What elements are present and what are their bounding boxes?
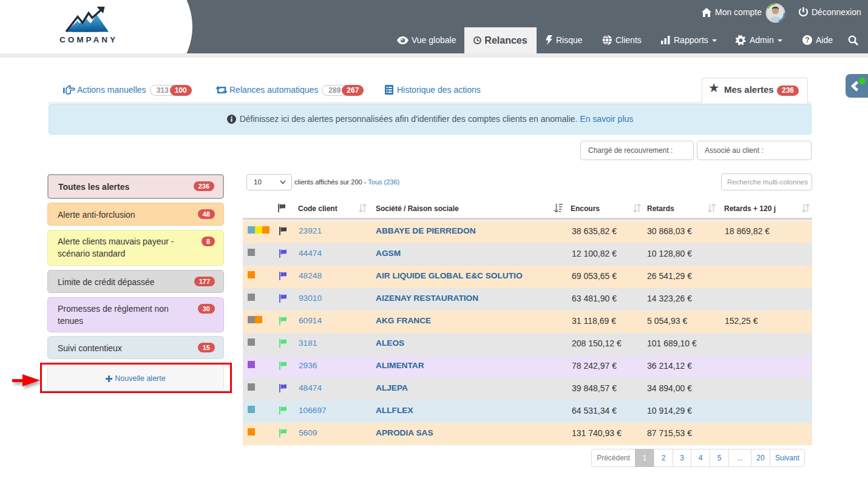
svg-text:?: ?: [805, 36, 809, 44]
